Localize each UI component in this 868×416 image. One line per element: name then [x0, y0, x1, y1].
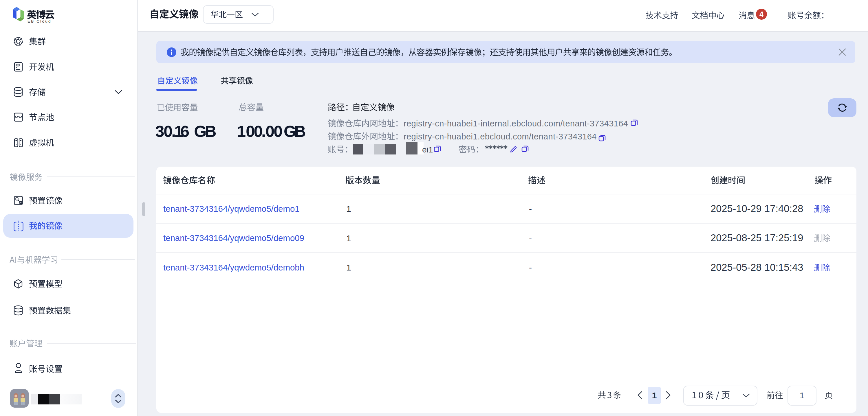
svg-text:tenant-37343164/yqwdemo5/demob: tenant-37343164/yqwdemo5/demobh	[163, 263, 304, 272]
svg-text:1: 1	[237, 122, 246, 140]
svg-text:ei1: ei1	[422, 145, 433, 154]
svg-text:2025-10-29 17:40:28: 2025-10-29 17:40:28	[711, 203, 803, 214]
svg-text:tenant-37343164/yqwdemo5/demo1: tenant-37343164/yqwdemo5/demo1	[163, 204, 300, 213]
svg-text:1: 1	[346, 263, 351, 272]
svg-text:-: -	[529, 204, 532, 213]
svg-text:2025-08-25 17:25:19: 2025-08-25 17:25:19	[711, 232, 803, 243]
svg-text:registry-cn-huabei1.ebcloud.co: registry-cn-huabei1.ebcloud.com/tenant-3…	[404, 132, 597, 141]
svg-text:1: 1	[346, 234, 351, 243]
svg-text:0: 0	[266, 122, 275, 140]
svg-text:1: 1	[800, 390, 805, 400]
svg-text:2025-05-28 10:15:43: 2025-05-28 10:15:43	[711, 262, 803, 273]
svg-text:tenant-37343164/yqwdemo5/demo0: tenant-37343164/yqwdemo5/demo09	[163, 233, 304, 243]
svg-text:B: B	[294, 122, 306, 140]
svg-text:4: 4	[760, 10, 764, 18]
svg-text:EB Cloud: EB Cloud	[28, 19, 52, 23]
svg-text:-: -	[529, 263, 532, 272]
svg-text:0: 0	[274, 122, 283, 140]
svg-text:1: 1	[346, 204, 351, 213]
svg-text:1: 1	[652, 390, 657, 400]
svg-text:-: -	[529, 234, 532, 243]
svg-text:registry-cn-huabei1-internal.e: registry-cn-huabei1-internal.ebcloud.com…	[404, 119, 628, 128]
